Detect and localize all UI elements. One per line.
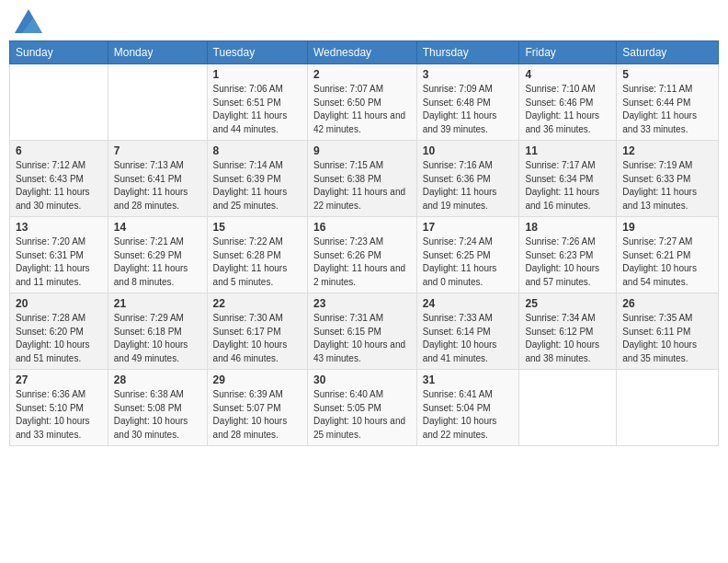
day-info: Sunrise: 7:22 AMSunset: 6:28 PMDaylight:…: [213, 236, 301, 289]
day-info: Sunrise: 7:27 AMSunset: 6:21 PMDaylight:…: [622, 236, 712, 289]
calendar-cell: 16Sunrise: 7:23 AMSunset: 6:26 PMDayligh…: [307, 217, 416, 293]
calendar-cell: 24Sunrise: 7:33 AMSunset: 6:14 PMDayligh…: [416, 293, 519, 370]
day-info: Sunrise: 7:29 AMSunset: 6:18 PMDaylight:…: [114, 312, 201, 365]
day-number: 28: [114, 373, 201, 386]
day-info: Sunrise: 7:31 AMSunset: 6:15 PMDaylight:…: [313, 312, 411, 365]
day-number: 25: [525, 297, 610, 310]
calendar-cell: 22Sunrise: 7:30 AMSunset: 6:17 PMDayligh…: [207, 293, 307, 370]
day-number: 16: [313, 221, 411, 234]
day-info: Sunrise: 7:30 AMSunset: 6:17 PMDaylight:…: [213, 312, 301, 365]
calendar-cell: 28Sunrise: 6:38 AMSunset: 5:08 PMDayligh…: [108, 370, 207, 446]
calendar-week-row: 13Sunrise: 7:20 AMSunset: 6:31 PMDayligh…: [10, 217, 719, 293]
day-number: 9: [313, 144, 411, 157]
calendar-cell: 4Sunrise: 7:10 AMSunset: 6:46 PMDaylight…: [519, 64, 617, 141]
day-number: 23: [313, 297, 411, 310]
day-number: 15: [213, 221, 301, 234]
calendar-cell: 13Sunrise: 7:20 AMSunset: 6:31 PMDayligh…: [10, 217, 108, 293]
day-number: 12: [622, 144, 712, 157]
day-info: Sunrise: 7:13 AMSunset: 6:41 PMDaylight:…: [114, 159, 201, 213]
day-info: Sunrise: 7:11 AMSunset: 6:44 PMDaylight:…: [622, 83, 712, 136]
calendar-cell: 17Sunrise: 7:24 AMSunset: 6:25 PMDayligh…: [416, 217, 519, 293]
calendar-table: SundayMondayTuesdayWednesdayThursdayFrid…: [9, 40, 719, 446]
weekday-header: Wednesday: [307, 41, 416, 64]
calendar-cell: 6Sunrise: 7:12 AMSunset: 6:43 PMDaylight…: [10, 141, 108, 217]
day-info: Sunrise: 6:41 AMSunset: 5:04 PMDaylight:…: [423, 388, 514, 442]
weekday-header: Saturday: [617, 41, 719, 64]
weekday-header: Tuesday: [207, 41, 307, 64]
calendar-cell: 19Sunrise: 7:27 AMSunset: 6:21 PMDayligh…: [617, 217, 719, 293]
weekday-header: Monday: [108, 41, 207, 64]
day-info: Sunrise: 7:24 AMSunset: 6:25 PMDaylight:…: [423, 236, 514, 289]
calendar-cell: [617, 370, 719, 446]
day-number: 26: [622, 297, 712, 310]
calendar-week-row: 27Sunrise: 6:36 AMSunset: 5:10 PMDayligh…: [10, 370, 719, 446]
calendar-cell: 30Sunrise: 6:40 AMSunset: 5:05 PMDayligh…: [307, 370, 416, 446]
calendar-cell: 9Sunrise: 7:15 AMSunset: 6:38 PMDaylight…: [307, 141, 416, 217]
day-number: 21: [114, 297, 201, 310]
day-number: 13: [16, 221, 102, 234]
calendar-cell: [108, 64, 207, 141]
calendar-cell: 25Sunrise: 7:34 AMSunset: 6:12 PMDayligh…: [519, 293, 617, 370]
calendar-cell: 8Sunrise: 7:14 AMSunset: 6:39 PMDaylight…: [207, 141, 307, 217]
day-number: 18: [525, 221, 610, 234]
day-number: 20: [16, 297, 102, 310]
day-info: Sunrise: 7:21 AMSunset: 6:29 PMDaylight:…: [114, 236, 201, 289]
day-number: 24: [423, 297, 514, 310]
day-info: Sunrise: 7:33 AMSunset: 6:14 PMDaylight:…: [423, 312, 514, 365]
day-info: Sunrise: 7:35 AMSunset: 6:11 PMDaylight:…: [622, 312, 712, 365]
day-number: 4: [525, 68, 610, 81]
calendar-cell: 2Sunrise: 7:07 AMSunset: 6:50 PMDaylight…: [307, 64, 416, 141]
calendar-cell: [519, 370, 617, 446]
day-number: 1: [213, 68, 301, 81]
calendar-week-row: 6Sunrise: 7:12 AMSunset: 6:43 PMDaylight…: [10, 141, 719, 217]
calendar-body: 1Sunrise: 7:06 AMSunset: 6:51 PMDaylight…: [10, 64, 719, 446]
calendar-cell: 7Sunrise: 7:13 AMSunset: 6:41 PMDaylight…: [108, 141, 207, 217]
calendar-cell: 10Sunrise: 7:16 AMSunset: 6:36 PMDayligh…: [416, 141, 519, 217]
day-info: Sunrise: 7:14 AMSunset: 6:39 PMDaylight:…: [213, 159, 301, 213]
calendar-cell: 5Sunrise: 7:11 AMSunset: 6:44 PMDaylight…: [617, 64, 719, 141]
day-number: 31: [423, 373, 514, 386]
day-info: Sunrise: 7:07 AMSunset: 6:50 PMDaylight:…: [313, 83, 411, 136]
calendar-cell: 27Sunrise: 6:36 AMSunset: 5:10 PMDayligh…: [10, 370, 108, 446]
calendar-cell: 31Sunrise: 6:41 AMSunset: 5:04 PMDayligh…: [416, 370, 519, 446]
calendar-cell: 18Sunrise: 7:26 AMSunset: 6:23 PMDayligh…: [519, 217, 617, 293]
day-number: 8: [213, 144, 301, 157]
day-info: Sunrise: 7:06 AMSunset: 6:51 PMDaylight:…: [213, 83, 301, 136]
weekday-header: Sunday: [10, 41, 108, 64]
calendar-cell: 12Sunrise: 7:19 AMSunset: 6:33 PMDayligh…: [617, 141, 719, 217]
calendar-cell: 15Sunrise: 7:22 AMSunset: 6:28 PMDayligh…: [207, 217, 307, 293]
calendar-cell: [10, 64, 108, 141]
day-info: Sunrise: 6:39 AMSunset: 5:07 PMDaylight:…: [213, 388, 301, 442]
day-number: 6: [16, 144, 102, 157]
weekday-header: Thursday: [416, 41, 519, 64]
page-header: [9, 9, 719, 33]
logo: [13, 9, 42, 33]
day-number: 27: [16, 373, 102, 386]
calendar-cell: 1Sunrise: 7:06 AMSunset: 6:51 PMDaylight…: [207, 64, 307, 141]
day-info: Sunrise: 6:36 AMSunset: 5:10 PMDaylight:…: [16, 388, 102, 442]
day-info: Sunrise: 7:19 AMSunset: 6:33 PMDaylight:…: [622, 159, 712, 213]
day-number: 3: [423, 68, 514, 81]
day-number: 19: [622, 221, 712, 234]
calendar-cell: 14Sunrise: 7:21 AMSunset: 6:29 PMDayligh…: [108, 217, 207, 293]
day-info: Sunrise: 7:28 AMSunset: 6:20 PMDaylight:…: [16, 312, 102, 365]
calendar-cell: 3Sunrise: 7:09 AMSunset: 6:48 PMDaylight…: [416, 64, 519, 141]
calendar-week-row: 20Sunrise: 7:28 AMSunset: 6:20 PMDayligh…: [10, 293, 719, 370]
day-number: 22: [213, 297, 301, 310]
day-number: 11: [525, 144, 610, 157]
calendar-header-row: SundayMondayTuesdayWednesdayThursdayFrid…: [10, 41, 719, 64]
weekday-header: Friday: [519, 41, 617, 64]
calendar-cell: 20Sunrise: 7:28 AMSunset: 6:20 PMDayligh…: [10, 293, 108, 370]
calendar-cell: 23Sunrise: 7:31 AMSunset: 6:15 PMDayligh…: [307, 293, 416, 370]
day-number: 29: [213, 373, 301, 386]
day-info: Sunrise: 7:26 AMSunset: 6:23 PMDaylight:…: [525, 236, 610, 289]
day-number: 5: [622, 68, 712, 81]
day-info: Sunrise: 7:15 AMSunset: 6:38 PMDaylight:…: [313, 159, 411, 213]
calendar-cell: 11Sunrise: 7:17 AMSunset: 6:34 PMDayligh…: [519, 141, 617, 217]
day-number: 2: [313, 68, 411, 81]
calendar-cell: 29Sunrise: 6:39 AMSunset: 5:07 PMDayligh…: [207, 370, 307, 446]
logo-icon: [15, 9, 42, 33]
day-info: Sunrise: 6:40 AMSunset: 5:05 PMDaylight:…: [313, 388, 411, 442]
day-number: 30: [313, 373, 411, 386]
day-info: Sunrise: 7:12 AMSunset: 6:43 PMDaylight:…: [16, 159, 102, 213]
